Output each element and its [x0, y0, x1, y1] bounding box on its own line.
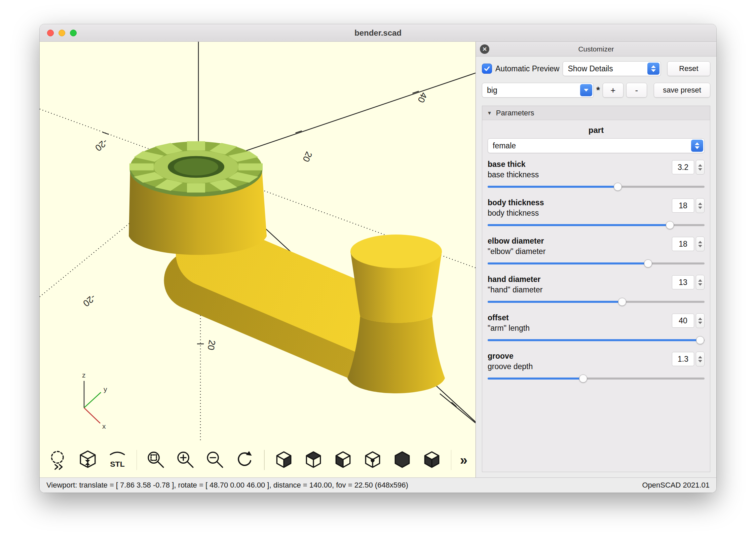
stepper-icon — [691, 140, 703, 152]
view-front-icon[interactable] — [362, 450, 383, 470]
view-right-icon[interactable] — [273, 450, 294, 470]
tick-label: -20 — [93, 137, 110, 153]
param-name: elbow diameter — [488, 237, 672, 246]
spinner-down-icon[interactable] — [698, 283, 702, 286]
param-slider[interactable] — [488, 220, 705, 230]
viewport: -20 20 40 -20 20 — [40, 42, 476, 477]
spinner-up-icon[interactable] — [698, 318, 702, 320]
check-icon — [483, 65, 491, 72]
spinner[interactable] — [696, 313, 705, 328]
viewport-canvas[interactable]: -20 20 40 -20 20 — [40, 42, 476, 442]
viewport-status-text: Viewport: translate = [ 7.86 3.58 -0.78 … — [46, 481, 408, 490]
slider-fill — [488, 262, 648, 264]
spinner-up-icon[interactable] — [698, 203, 702, 205]
toolbar-separator — [264, 450, 264, 470]
param-value-input[interactable]: 3.2 — [672, 160, 694, 174]
spinner[interactable] — [696, 237, 705, 251]
param-slider[interactable] — [488, 259, 705, 268]
slider-handle[interactable] — [579, 374, 587, 383]
disclosure-triangle-icon: ▼ — [487, 110, 492, 116]
slider-handle[interactable] — [644, 259, 652, 268]
spinner-up-icon[interactable] — [698, 241, 702, 243]
view-bottom-icon[interactable] — [421, 450, 442, 470]
param-value-input[interactable]: 1.3 — [672, 352, 694, 366]
openscad-window: bender.scad — [40, 24, 716, 493]
param-value-input[interactable]: 18 — [672, 199, 694, 213]
spinner-down-icon[interactable] — [698, 360, 702, 362]
spinner[interactable] — [696, 160, 705, 175]
param-value-input[interactable]: 40 — [672, 314, 694, 328]
titlebar[interactable]: bender.scad — [40, 24, 716, 42]
view-top-icon[interactable] — [303, 450, 324, 470]
zoom-all-icon[interactable] — [146, 450, 166, 470]
slider-handle[interactable] — [666, 221, 674, 229]
parameters-title: Parameters — [496, 109, 534, 117]
automatic-preview-checkbox[interactable] — [482, 64, 492, 74]
view-back-icon[interactable] — [392, 450, 413, 470]
export-stl-icon[interactable]: STL — [107, 450, 128, 470]
zoom-window-button[interactable] — [70, 30, 77, 36]
slider-fill — [488, 339, 700, 341]
slider-handle[interactable] — [696, 336, 704, 344]
minimize-window-button[interactable] — [59, 30, 65, 36]
part-dropdown-value: female — [493, 141, 516, 150]
zoom-in-icon[interactable] — [175, 450, 196, 470]
spinner-up-icon[interactable] — [698, 356, 702, 358]
param-slider[interactable] — [488, 297, 705, 307]
param-slider[interactable] — [488, 374, 705, 383]
status-bar: Viewport: translate = [ 7.86 3.58 -0.78 … — [40, 477, 716, 493]
render-icon[interactable] — [77, 450, 98, 470]
close-window-button[interactable] — [47, 30, 54, 36]
zoom-out-icon[interactable] — [205, 450, 226, 470]
parameters-box: ▼ Parameters part female base thick — [482, 106, 710, 472]
stepper-icon — [647, 63, 659, 75]
param-value-input[interactable]: 18 — [672, 237, 694, 251]
param-value-input[interactable]: 13 — [672, 275, 694, 289]
axis-x-label: x — [102, 422, 106, 430]
tick-label: 20 — [301, 150, 314, 164]
param-description: "elbow" diameter — [488, 247, 672, 256]
tick-label: -20 — [81, 292, 98, 309]
reset-button[interactable]: Reset — [667, 61, 710, 76]
part-dropdown[interactable]: female — [488, 138, 705, 153]
spinner[interactable] — [696, 275, 705, 290]
spinner-down-icon[interactable] — [698, 245, 702, 247]
slider-fill — [488, 378, 583, 380]
spinner-down-icon[interactable] — [698, 207, 702, 209]
customizer-panel: ✕ Customizer Automatic Preview Show Deta… — [476, 42, 716, 477]
save-preset-button[interactable]: save preset — [654, 83, 710, 98]
param-description: "hand" diameter — [488, 285, 672, 294]
param-description: "arm" length — [488, 324, 672, 333]
close-customizer-button[interactable]: ✕ — [480, 44, 489, 54]
toolbar-separator — [451, 450, 451, 470]
spinner-up-icon[interactable] — [698, 164, 702, 167]
spinner-down-icon[interactable] — [698, 322, 702, 324]
parameters-header[interactable]: ▼ Parameters — [482, 106, 710, 120]
preset-dropdown[interactable]: big — [482, 83, 594, 98]
remove-preset-button[interactable]: - — [626, 83, 647, 98]
add-preset-button[interactable]: + — [603, 83, 623, 98]
spinner-down-icon[interactable] — [698, 168, 702, 171]
app-version-text: OpenSCAD 2021.01 — [642, 481, 710, 490]
param-slider[interactable] — [488, 335, 705, 345]
param-name: body thickness — [488, 198, 672, 207]
axis-z-label: z — [82, 371, 86, 379]
preview-icon[interactable] — [48, 450, 69, 470]
customizer-header: ✕ Customizer — [476, 42, 716, 57]
param-name: base thick — [488, 160, 672, 169]
spinner[interactable] — [696, 198, 705, 213]
toolbar-overflow-button[interactable]: » — [460, 450, 467, 470]
details-dropdown[interactable]: Show Details — [563, 61, 661, 76]
spinner-up-icon[interactable] — [698, 279, 702, 282]
tick-label: 20 — [205, 339, 217, 351]
slider-handle[interactable] — [618, 298, 626, 306]
param-offset: offset "arm" length 40 — [488, 313, 705, 345]
view-toolbar: STL — [40, 442, 476, 477]
slider-handle[interactable] — [614, 183, 622, 191]
spinner[interactable] — [696, 352, 705, 366]
details-dropdown-value: Show Details — [568, 64, 613, 73]
view-left-icon[interactable] — [333, 450, 353, 470]
reset-view-icon[interactable] — [234, 450, 255, 470]
param-slider[interactable] — [488, 182, 705, 191]
slider-fill — [488, 224, 670, 226]
